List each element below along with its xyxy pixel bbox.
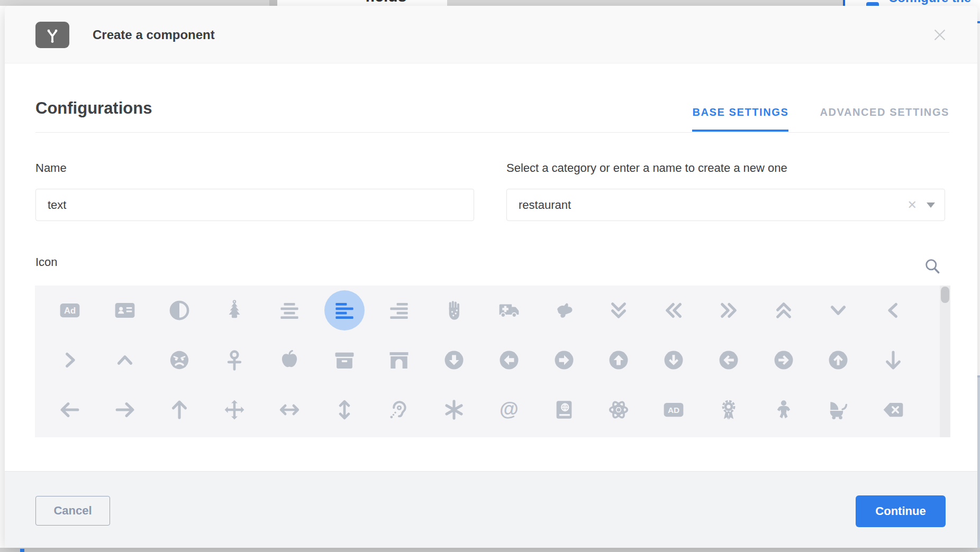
background-accent-line [977, 21, 980, 23]
modal-header: Create a component [5, 6, 977, 63]
background-divider [843, 0, 845, 6]
asterisk-icon[interactable] [427, 385, 482, 435]
name-label: Name [35, 161, 67, 175]
component-icon [35, 22, 69, 48]
background-page-right-edge [977, 6, 980, 548]
arrow-left-icon[interactable] [42, 385, 97, 435]
ambulance-icon[interactable] [482, 286, 537, 335]
cancel-button[interactable]: Cancel [35, 496, 110, 526]
continue-button[interactable]: Continue [856, 495, 946, 527]
arrow-alt-circle-right-icon[interactable] [537, 335, 592, 385]
background-fragment [269, 0, 277, 6]
adjust-icon[interactable] [152, 286, 207, 335]
arrows-alt-v-icon[interactable] [317, 385, 372, 435]
align-left-icon[interactable] [317, 286, 372, 335]
align-right-icon[interactable] [372, 286, 427, 335]
close-icon[interactable] [932, 27, 948, 43]
icon-picker-label: Icon [35, 255, 58, 269]
create-component-modal: Create a component Configurations BASE S… [5, 6, 977, 548]
arrows-alt-icon[interactable] [207, 385, 262, 435]
arrow-alt-circle-left-icon[interactable] [482, 335, 537, 385]
background-panel-fragment [977, 378, 980, 548]
settings-tabs: BASE SETTINGS ADVANCED SETTINGS [5, 106, 949, 132]
search-icon[interactable] [923, 257, 941, 275]
background-fragment: Configure the [843, 0, 980, 6]
modal-title: Create a component [93, 6, 215, 63]
svg-text:Ad: Ad [64, 306, 76, 316]
background-page-bottom-edge [0, 548, 980, 552]
arrow-circle-down-icon[interactable] [646, 335, 701, 385]
name-input[interactable] [48, 198, 462, 212]
award-icon[interactable] [701, 385, 756, 435]
background-fragment: fields [277, 0, 447, 6]
divider [35, 132, 949, 133]
name-input-box [35, 189, 474, 221]
baby-carriage-icon[interactable] [811, 385, 866, 435]
screen: fields Configure the Create a component [0, 0, 980, 552]
background-page-top-edge: fields Configure the [0, 0, 980, 6]
background-icon-fragment [866, 2, 879, 6]
angle-up-icon[interactable] [97, 335, 152, 385]
category-select[interactable]: restaurant ✕ [506, 189, 945, 221]
svg-text:AD: AD [668, 406, 679, 415]
archive-icon[interactable] [317, 335, 372, 385]
icon-grid: Ad@AD [35, 286, 950, 437]
icon-grid-row: Ad [42, 286, 921, 335]
tab-base-settings[interactable]: BASE SETTINGS [692, 106, 788, 132]
icon-grid-row [42, 335, 921, 385]
angle-right-icon[interactable] [42, 335, 97, 385]
angle-double-up-icon[interactable] [756, 286, 811, 335]
sign-language-icon[interactable] [537, 286, 592, 335]
atom-icon[interactable] [592, 385, 647, 435]
arrow-right-icon[interactable] [97, 385, 152, 435]
arrow-alt-circle-up-icon[interactable] [592, 335, 647, 385]
angle-double-down-icon[interactable] [592, 286, 647, 335]
allergies-icon[interactable] [427, 286, 482, 335]
category-label: Select a category or enter a name to cre… [506, 161, 787, 175]
apple-alt-icon[interactable] [262, 335, 317, 385]
scrollbar-track[interactable] [940, 286, 950, 437]
angry-icon[interactable] [152, 335, 207, 385]
modal-footer: Cancel Continue [5, 471, 977, 548]
background-clipped-link: Configure the [888, 0, 971, 5]
category-value: restaurant [519, 198, 571, 212]
arrow-down-icon[interactable] [866, 335, 921, 385]
background-fragment [20, 549, 24, 552]
arrows-alt-h-icon[interactable] [262, 385, 317, 435]
arrow-circle-right-icon[interactable] [756, 335, 811, 385]
angle-double-left-icon[interactable] [646, 286, 701, 335]
arrow-circle-up-icon[interactable] [811, 335, 866, 385]
backspace-icon[interactable] [866, 385, 921, 435]
angle-down-icon[interactable] [811, 286, 866, 335]
at-icon[interactable]: @ [482, 385, 537, 435]
address-card-icon[interactable] [97, 286, 152, 335]
atlas-icon[interactable] [537, 385, 592, 435]
assistive-listening-icon[interactable] [372, 385, 427, 435]
air-freshener-icon[interactable] [207, 286, 262, 335]
background-clipped-text: fields [365, 0, 406, 5]
icon-grid-row: @AD [42, 385, 921, 435]
ad-icon[interactable]: Ad [42, 286, 97, 335]
arrow-alt-circle-down-icon[interactable] [427, 335, 482, 385]
tab-advanced-settings[interactable]: ADVANCED SETTINGS [820, 106, 949, 132]
scrollbar-thumb[interactable] [941, 287, 949, 303]
angle-double-right-icon[interactable] [701, 286, 756, 335]
baby-icon[interactable] [756, 385, 811, 435]
ankh-icon[interactable] [207, 335, 262, 385]
align-center-icon[interactable] [262, 286, 317, 335]
arrow-up-icon[interactable] [152, 385, 207, 435]
audio-description-icon[interactable]: AD [646, 385, 701, 435]
arrow-circle-left-icon[interactable] [701, 335, 756, 385]
angle-left-icon[interactable] [866, 286, 921, 335]
svg-text:@: @ [500, 399, 519, 420]
caret-down-icon[interactable] [927, 203, 935, 208]
archway-icon[interactable] [372, 335, 427, 385]
clear-icon[interactable]: ✕ [908, 199, 917, 211]
